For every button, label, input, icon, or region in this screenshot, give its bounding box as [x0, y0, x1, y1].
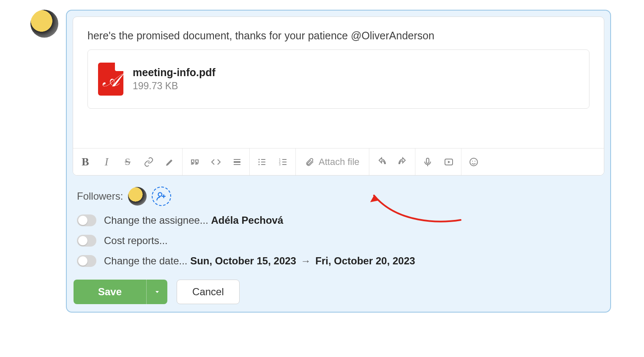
emoji-button[interactable]: [463, 148, 484, 175]
arrow-icon: →: [296, 255, 315, 266]
svg-rect-2: [234, 161, 240, 163]
toggle-assignee[interactable]: [77, 214, 96, 226]
screen-record-button[interactable]: [438, 148, 459, 175]
quote-button[interactable]: [184, 148, 205, 175]
editor-toolbar: B I S: [73, 148, 604, 175]
strikethrough-button[interactable]: S: [117, 148, 138, 175]
toggle-date[interactable]: [77, 255, 96, 267]
toggle-date-from: Sun, October 15, 2023: [190, 255, 296, 266]
avatar: [30, 10, 58, 38]
cancel-button[interactable]: Cancel: [177, 280, 240, 304]
italic-button[interactable]: I: [96, 148, 117, 175]
toggle-assignee-prefix: Change the assignee...: [104, 214, 211, 226]
bullet-list-button[interactable]: [251, 148, 273, 175]
toggle-date-row: Change the date... Sun, October 15, 2023…: [73, 251, 604, 271]
add-follower-button[interactable]: [152, 187, 171, 206]
svg-point-3: [259, 159, 260, 160]
attachment-card[interactable]: 𝒜 meeting-info.pdf 199.73 KB: [87, 49, 589, 109]
editor-card: here's the promised document, thanks for…: [73, 16, 604, 176]
followers-row: Followers:: [73, 176, 604, 210]
attach-file-button[interactable]: Attach file: [296, 148, 369, 175]
toggle-cost-row: Cost reports...: [73, 231, 604, 251]
followers-label: Followers:: [77, 190, 123, 202]
toggle-date-prefix: Change the date...: [104, 255, 190, 266]
undo-button[interactable]: [371, 148, 392, 175]
toggle-cost-label: Cost reports...: [104, 235, 168, 246]
svg-point-22: [158, 192, 162, 196]
save-dropdown-button[interactable]: [146, 280, 167, 304]
toggle-assignee-row: Change the assignee... Adéla Pechová: [73, 210, 604, 231]
attachment-size: 199.73 KB: [133, 80, 216, 92]
attach-file-label: Attach file: [319, 157, 360, 168]
mic-button[interactable]: [417, 148, 438, 175]
attachment-filename: meeting-info.pdf: [133, 66, 216, 79]
svg-text:3: 3: [279, 163, 281, 166]
redo-button[interactable]: [392, 148, 413, 175]
link-button[interactable]: [138, 148, 159, 175]
svg-marker-25: [156, 291, 159, 293]
indent-button[interactable]: [226, 148, 248, 175]
message-text[interactable]: here's the promised document, thanks for…: [87, 30, 589, 42]
svg-point-21: [475, 161, 475, 162]
svg-marker-18: [448, 161, 450, 163]
svg-point-4: [259, 161, 260, 162]
svg-point-5: [259, 164, 260, 165]
message-editor[interactable]: here's the promised document, thanks for…: [73, 17, 604, 148]
bold-button[interactable]: B: [75, 148, 96, 175]
svg-point-19: [470, 158, 478, 166]
svg-rect-15: [426, 158, 429, 163]
follower-avatar[interactable]: [128, 187, 147, 206]
svg-point-20: [472, 161, 473, 162]
highlight-button[interactable]: [159, 148, 180, 175]
pdf-icon: 𝒜: [98, 63, 123, 96]
save-button[interactable]: Save: [74, 280, 146, 304]
numbered-list-button[interactable]: 123: [273, 148, 294, 175]
toggle-date-to: Fri, October 20, 2023: [315, 255, 415, 266]
toggle-assignee-value: Adéla Pechová: [211, 214, 284, 226]
toggle-cost[interactable]: [77, 235, 96, 247]
button-row: Save Cancel: [73, 271, 604, 306]
comment-panel: here's the promised document, thanks for…: [66, 10, 611, 313]
code-button[interactable]: [205, 148, 226, 175]
